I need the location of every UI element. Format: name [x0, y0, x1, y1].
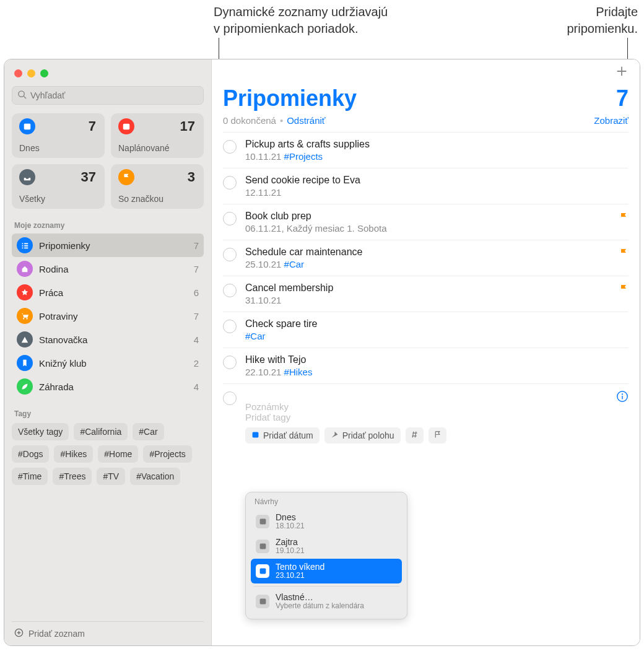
add-tags-placeholder[interactable]: Pridať tagy: [245, 412, 607, 422]
smart-list-count: 7: [89, 118, 96, 134]
reminder-item[interactable]: Hike with Tejo22.10.21 #Hikes: [223, 348, 629, 384]
reminder-checkbox[interactable]: [223, 284, 237, 297]
reminder-item[interactable]: Book club prep06.11.21, Každý mesiac 1. …: [223, 204, 629, 240]
svg-rect-24: [259, 569, 266, 574]
search-input[interactable]: [30, 90, 198, 100]
tag-chip[interactable]: #Vacation: [130, 468, 180, 485]
sidebar-item-camping[interactable]: Stanovačka4: [12, 328, 204, 351]
reminder-subtitle: 31.10.21: [245, 295, 610, 305]
smart-list-count: 3: [188, 169, 195, 185]
calendar-icon: [256, 564, 269, 578]
tag-chip[interactable]: #Projects: [143, 445, 191, 463]
plus-circle-icon: [14, 628, 24, 639]
tag-chip[interactable]: Všetky tagy: [12, 423, 69, 440]
reminder-checkbox[interactable]: [223, 140, 237, 154]
flag-icon: [433, 430, 442, 440]
minimize-button[interactable]: [27, 69, 35, 77]
reminder-tag[interactable]: #Hikes: [284, 367, 313, 377]
zoom-button[interactable]: [40, 69, 48, 77]
show-completed-button[interactable]: Zobraziť: [594, 115, 629, 126]
add-list-button[interactable]: Pridať zoznam: [12, 621, 204, 645]
svg-rect-23: [259, 544, 266, 549]
smart-list-today[interactable]: 7 Dnes: [12, 113, 105, 158]
calendar-icon: [256, 540, 269, 553]
tag-chip[interactable]: #Home: [98, 445, 138, 463]
sidebar-item-bookclub[interactable]: Knižný klub2: [12, 351, 204, 375]
reminder-title: Hike with Tejo: [245, 354, 629, 365]
window-controls: [12, 66, 204, 86]
add-date-chip[interactable]: Pridať dátum: [245, 427, 320, 443]
smart-list-flagged[interactable]: 3 So značkou: [111, 164, 204, 209]
svg-point-21: [622, 394, 623, 395]
reminder-item[interactable]: Pickup arts & crafts supplies10.11.21 #P…: [223, 132, 629, 168]
smart-list-scheduled[interactable]: 17 Naplánované: [111, 113, 204, 158]
smart-list-label: Naplánované: [118, 143, 170, 153]
info-button[interactable]: [616, 390, 629, 404]
separator: [253, 586, 399, 587]
tag-chip[interactable]: #Hikes: [54, 445, 93, 463]
reminder-title: Book club prep: [245, 211, 610, 222]
close-button[interactable]: [14, 69, 22, 77]
reminder-checkbox[interactable]: [223, 391, 237, 405]
reminder-tag[interactable]: #Car: [284, 259, 305, 269]
reminder-checkbox[interactable]: [223, 176, 237, 190]
reminder-subtitle: 06.11.21, Každý mesiac 1. Sobota: [245, 223, 610, 234]
flag-icon: [619, 282, 629, 295]
flag-icon: [619, 211, 629, 224]
sidebar-item-label: Práca: [39, 287, 194, 298]
flag-icon: [619, 247, 629, 260]
smart-list-count: 17: [180, 118, 195, 134]
sidebar-item-work[interactable]: Práca6: [12, 281, 204, 304]
sidebar-item-reminders[interactable]: Pripomienky7: [12, 234, 204, 257]
sidebar-item-family[interactable]: Rodina7: [12, 257, 204, 281]
calendar-icon: [118, 118, 134, 134]
smart-lists-grid: 7 Dnes 17 Naplánované 37 Všetky: [12, 113, 204, 209]
add-location-chip[interactable]: Pridať polohu: [324, 427, 401, 443]
sidebar-item-count: 4: [194, 382, 199, 392]
smart-list-all[interactable]: 37 Všetky: [12, 164, 105, 209]
reminder-checkbox[interactable]: [223, 356, 237, 369]
svg-line-1: [24, 96, 26, 98]
tent-icon: [17, 331, 33, 347]
clear-completed-button[interactable]: Odstrániť: [287, 115, 325, 126]
add-tag-chip[interactable]: [406, 427, 424, 443]
reminder-items: Pickup arts & crafts supplies10.11.21 #P…: [223, 132, 629, 384]
reminder-checkbox[interactable]: [223, 320, 237, 333]
reminder-item[interactable]: Schedule car maintenance25.10.21 #Car: [223, 240, 629, 276]
search-field[interactable]: [12, 86, 204, 105]
sidebar-item-groceries[interactable]: Potraviny7: [12, 304, 204, 328]
add-reminder-button[interactable]: [615, 64, 629, 78]
suggestion-sub: Vyberte dátum z kalendára: [276, 602, 364, 611]
reminder-checkbox[interactable]: [223, 212, 237, 225]
tag-chip[interactable]: #Car: [133, 423, 163, 440]
suggestion-custom[interactable]: Vlastné… Vyberte dátum z kalendára: [251, 589, 402, 614]
reminder-subtitle: 12.11.21: [245, 187, 629, 198]
suggestion-row[interactable]: Tento víkend23.10.21: [251, 559, 402, 583]
tag-chip[interactable]: #TV: [97, 468, 125, 485]
reminder-checkbox[interactable]: [223, 248, 237, 261]
tag-chip[interactable]: #California: [74, 423, 128, 440]
tag-chip[interactable]: #Trees: [53, 468, 92, 485]
svg-rect-5: [22, 243, 24, 245]
reminder-item[interactable]: Check spare tire #Car: [223, 312, 629, 348]
tag-chip[interactable]: #Dogs: [12, 445, 49, 463]
svg-rect-10: [24, 248, 28, 249]
new-reminder-row[interactable]: Poznámky Pridať tagy Pridať dátum Pridať…: [223, 384, 629, 450]
sidebar-item-label: Knižný klub: [39, 358, 194, 369]
tag-chip[interactable]: #Time: [12, 468, 48, 485]
suggestion-row[interactable]: Zajtra19.10.21: [251, 534, 402, 559]
bookmark-icon: [17, 355, 33, 371]
calendar-icon: [19, 118, 35, 134]
reminder-item[interactable]: Cancel membership31.10.21: [223, 276, 629, 312]
suggestion-row[interactable]: Dnes18.10.21: [251, 509, 402, 534]
sidebar-item-garden[interactable]: Záhrada4: [12, 375, 204, 398]
sidebar-item-count: 4: [194, 334, 199, 345]
svg-rect-7: [22, 245, 24, 247]
app-window: 7 Dnes 17 Naplánované 37 Všetky: [4, 59, 640, 646]
add-flag-chip[interactable]: [429, 427, 446, 443]
reminder-tag[interactable]: #Projects: [284, 151, 323, 162]
reminder-item[interactable]: Send cookie recipe to Eva12.11.21: [223, 168, 629, 204]
notes-placeholder[interactable]: Poznámky: [245, 401, 607, 412]
reminder-tag[interactable]: #Car: [245, 331, 266, 341]
reminder-subtitle: 25.10.21 #Car: [245, 259, 610, 269]
